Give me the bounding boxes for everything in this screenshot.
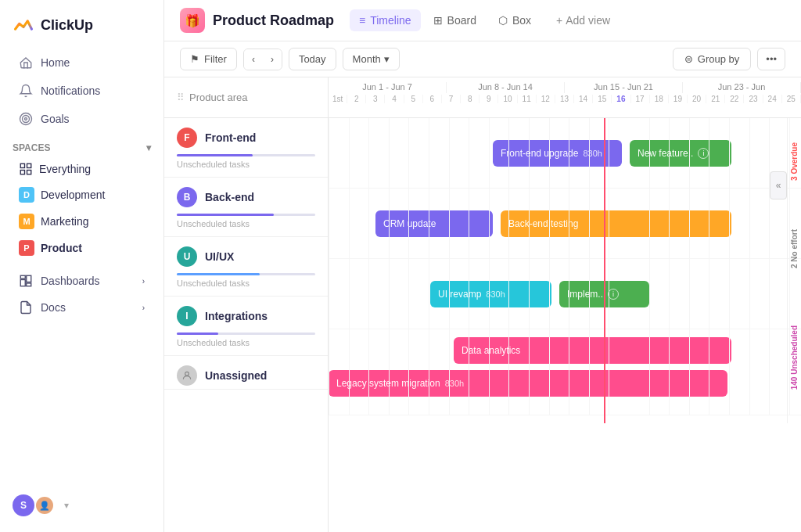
svg-point-1 xyxy=(23,116,30,123)
integrations-unscheduled: Unscheduled tasks xyxy=(164,336,328,355)
sidebar-everything-label: Everything xyxy=(39,163,91,175)
chevron-down-icon[interactable]: ▾ xyxy=(146,142,151,153)
frontend-group-header: F Front-end xyxy=(164,118,328,151)
user-avatar-primary: S xyxy=(13,494,34,516)
gantt-group-unassigned: Unassigned xyxy=(164,356,328,390)
group-by-button[interactable]: ⊜ Group by xyxy=(673,48,751,70)
svg-point-2 xyxy=(25,118,27,120)
bar-ui-revamp[interactable]: UI revamp 830h xyxy=(430,281,551,307)
side-label-overdue: 3 Overdue xyxy=(787,118,801,205)
gantt-left-panel: ⠿ Product area F Front-end Unscheduled t… xyxy=(164,77,329,532)
day-cell-16: 16 xyxy=(612,95,630,103)
collapse-button[interactable]: « xyxy=(770,171,787,200)
sidebar-docs[interactable]: Docs › xyxy=(6,294,157,321)
today-button[interactable]: Today xyxy=(289,48,336,70)
bar-new-feature[interactable]: New feature.. i xyxy=(630,140,731,167)
svg-rect-3 xyxy=(20,164,24,167)
nav-goals[interactable]: Goals xyxy=(6,105,157,133)
day-cell-9: 9 xyxy=(480,95,498,103)
view-tabs: ≡ Timeline ⊞ Board ⬡ Box + Add view xyxy=(350,9,620,31)
target-icon xyxy=(19,112,33,126)
svg-rect-7 xyxy=(20,275,25,279)
app-name: ClickUp xyxy=(41,17,93,34)
bar-legacy-migration[interactable]: Legacy system migration 830h xyxy=(329,370,727,397)
bar-frontend-upgrade[interactable]: Front-end upgrade 830h xyxy=(493,140,622,167)
clickup-logo-icon xyxy=(13,14,34,36)
more-options-button[interactable]: ••• xyxy=(757,48,785,70)
date-range-1: Jun 1 - Jun 7 xyxy=(329,82,447,93)
uiux-unscheduled: Unscheduled tasks xyxy=(164,277,328,296)
day-cell-10: 10 xyxy=(498,95,517,103)
nav-notifications[interactable]: Notifications xyxy=(6,77,157,105)
integrations-name: Integrations xyxy=(205,310,268,322)
bar-hours-uirevamp: 830h xyxy=(486,289,505,299)
day-cell-22: 22 xyxy=(725,95,744,103)
everything-icon xyxy=(19,162,33,176)
date-ranges: Jun 1 - Jun 7 Jun 8 - Jun 14 Jun 15 - Ju… xyxy=(329,77,801,93)
day-cell-19: 19 xyxy=(669,95,688,103)
bar-crm-update[interactable]: CRM update xyxy=(375,210,493,237)
next-arrow-button[interactable]: › xyxy=(263,49,282,70)
filter-button[interactable]: ⚑ Filter xyxy=(180,48,237,70)
user-dropdown-icon[interactable]: ▾ xyxy=(64,500,69,511)
gantt-group-uiux: U UI/UX Unscheduled tasks xyxy=(164,237,328,297)
side-label-no-effort: 2 No effort xyxy=(787,205,801,292)
development-avatar: D xyxy=(19,187,34,203)
svg-point-11 xyxy=(185,372,189,376)
backend-progress xyxy=(164,210,328,217)
info-icon: i xyxy=(698,148,709,159)
month-button[interactable]: Month ▾ xyxy=(343,48,400,70)
frontend-name: Front-end xyxy=(205,131,256,144)
day-cell-13: 13 xyxy=(555,95,574,103)
nav-home[interactable]: Home xyxy=(6,49,157,77)
timeline-icon: ≡ xyxy=(359,14,365,27)
filter-icon: ⚑ xyxy=(190,53,199,65)
main-content: 🎁 Product Roadmap ≡ Timeline ⊞ Board ⬡ B… xyxy=(164,0,801,532)
toolbar: ⚑ Filter ‹ › Today Month ▾ ⊜ Group by ••… xyxy=(164,41,801,77)
backend-unscheduled: Unscheduled tasks xyxy=(164,217,328,236)
docs-chevron: › xyxy=(142,304,145,312)
unassigned-avatar xyxy=(177,365,197,386)
home-icon xyxy=(19,56,33,70)
dashboards-chevron: › xyxy=(142,277,145,286)
nav-goals-label: Goals xyxy=(41,113,70,125)
prev-arrow-button[interactable]: ‹ xyxy=(244,49,263,70)
frontend-avatar: F xyxy=(177,128,197,148)
sidebar-dashboards[interactable]: Dashboards › xyxy=(6,268,157,294)
gantt-header: Jun 1 - Jun 7 Jun 8 - Jun 14 Jun 15 - Ju… xyxy=(329,77,801,118)
gantt-right-panel[interactable]: Jun 1 - Jun 7 Jun 8 - Jun 14 Jun 15 - Ju… xyxy=(329,77,801,532)
svg-point-0 xyxy=(20,113,32,125)
gantt-row-integrations: Data analytics Legacy system migration 8… xyxy=(329,329,801,415)
gantt-group-integrations: I Integrations Unscheduled tasks xyxy=(164,297,328,356)
plus-icon: + xyxy=(556,14,562,27)
nav-notifications-label: Notifications xyxy=(41,84,100,97)
tab-timeline[interactable]: ≡ Timeline xyxy=(350,9,421,31)
bar-backend-testing[interactable]: Back-end testing xyxy=(501,210,731,237)
user-area: S 👤 ▾ xyxy=(0,488,163,523)
side-labels-panel: 3 Overdue 2 No effort 140 Unscheduled xyxy=(787,118,801,423)
sidebar-item-marketing[interactable]: M Marketing xyxy=(6,208,157,235)
uiux-avatar: U xyxy=(177,246,197,267)
month-chevron-icon: ▾ xyxy=(384,53,390,65)
product-label: Product xyxy=(41,242,82,254)
bell-icon xyxy=(19,84,33,98)
day-cell-12: 12 xyxy=(537,95,555,103)
sidebar-item-development[interactable]: D Development xyxy=(6,182,157,208)
tab-board[interactable]: ⊞ Board xyxy=(424,9,486,31)
day-cell-6: 6 xyxy=(423,95,442,103)
gantt-row-backend: CRM update Back-end testing xyxy=(329,189,801,259)
day-cell-8: 8 xyxy=(461,95,480,103)
day-cell-11: 11 xyxy=(518,95,537,103)
today-line xyxy=(604,118,605,423)
gantt-product-area-header: ⠿ Product area xyxy=(164,77,328,118)
day-cell-15: 15 xyxy=(593,95,612,103)
sidebar-item-everything[interactable]: Everything xyxy=(6,156,157,182)
frontend-progress xyxy=(164,151,328,158)
tab-box[interactable]: ⬡ Box xyxy=(489,9,541,31)
add-view-button[interactable]: + Add view xyxy=(547,9,620,31)
marketing-avatar: M xyxy=(19,214,34,229)
bar-data-analytics[interactable]: Data analytics xyxy=(454,337,731,364)
date-range-4: Jun 23 - Jun xyxy=(683,82,801,93)
day-cell-25: 25 xyxy=(782,95,801,103)
sidebar-item-product[interactable]: P Product xyxy=(6,235,157,261)
